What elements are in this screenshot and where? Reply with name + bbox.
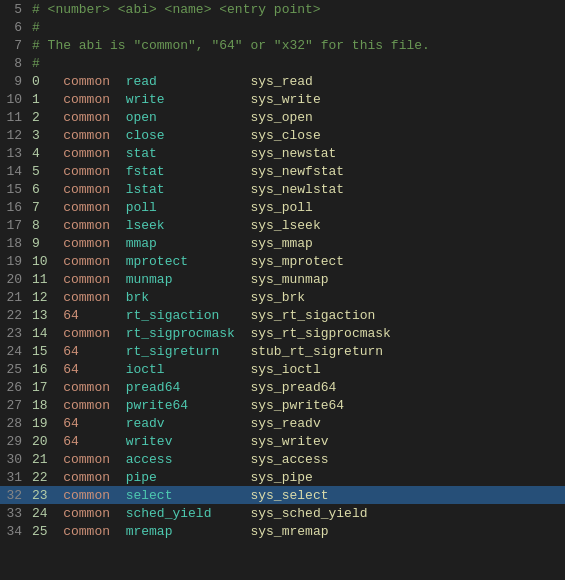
line-content: 19 64 readv sys_readv: [28, 416, 321, 431]
table-row: 6#: [0, 18, 565, 36]
table-row: 123 common close sys_close: [0, 126, 565, 144]
line-number: 19: [0, 254, 28, 269]
line-number: 9: [0, 74, 28, 89]
line-content: 23 common select sys_select: [28, 488, 328, 503]
table-row: 7# The abi is "common", "64" or "x32" fo…: [0, 36, 565, 54]
table-row: 101 common write sys_write: [0, 90, 565, 108]
table-row: 112 common open sys_open: [0, 108, 565, 126]
line-number: 23: [0, 326, 28, 341]
line-number: 31: [0, 470, 28, 485]
code-container: 5# <number> <abi> <name> <entry point>6#…: [0, 0, 565, 580]
line-content: 20 64 writev sys_writev: [28, 434, 328, 449]
line-content: 21 common access sys_access: [28, 452, 328, 467]
table-row: 2819 64 readv sys_readv: [0, 414, 565, 432]
line-content: 24 common sched_yield sys_sched_yield: [28, 506, 368, 521]
line-content: #: [28, 56, 40, 71]
table-row: 178 common lseek sys_lseek: [0, 216, 565, 234]
line-content: 2 common open sys_open: [28, 110, 313, 125]
line-number: 33: [0, 506, 28, 521]
line-content: 9 common mmap sys_mmap: [28, 236, 313, 251]
line-number: 16: [0, 200, 28, 215]
table-row: 2213 64 rt_sigaction sys_rt_sigaction: [0, 306, 565, 324]
line-number: 26: [0, 380, 28, 395]
line-number: 29: [0, 434, 28, 449]
table-row: 3223 common select sys_select: [0, 486, 565, 504]
table-row: 189 common mmap sys_mmap: [0, 234, 565, 252]
line-number: 22: [0, 308, 28, 323]
line-content: 18 common pwrite64 sys_pwrite64: [28, 398, 344, 413]
line-number: 10: [0, 92, 28, 107]
table-row: 90 common read sys_read: [0, 72, 565, 90]
line-content: 7 common poll sys_poll: [28, 200, 313, 215]
table-row: 2314 common rt_sigprocmask sys_rt_sigpro…: [0, 324, 565, 342]
line-number: 32: [0, 488, 28, 503]
line-number: 11: [0, 110, 28, 125]
line-number: 34: [0, 524, 28, 539]
line-number: 13: [0, 146, 28, 161]
table-row: 3324 common sched_yield sys_sched_yield: [0, 504, 565, 522]
line-number: 30: [0, 452, 28, 467]
line-number: 18: [0, 236, 28, 251]
table-row: 2617 common pread64 sys_pread64: [0, 378, 565, 396]
table-row: 8#: [0, 54, 565, 72]
line-number: 27: [0, 398, 28, 413]
line-content: 1 common write sys_write: [28, 92, 321, 107]
line-number: 25: [0, 362, 28, 377]
table-row: 145 common fstat sys_newfstat: [0, 162, 565, 180]
line-content: 8 common lseek sys_lseek: [28, 218, 321, 233]
line-content: 13 64 rt_sigaction sys_rt_sigaction: [28, 308, 375, 323]
table-row: 2920 64 writev sys_writev: [0, 432, 565, 450]
line-number: 24: [0, 344, 28, 359]
table-row: 167 common poll sys_poll: [0, 198, 565, 216]
line-content: 12 common brk sys_brk: [28, 290, 305, 305]
line-number: 15: [0, 182, 28, 197]
line-content: 14 common rt_sigprocmask sys_rt_sigprocm…: [28, 326, 391, 341]
table-row: 2718 common pwrite64 sys_pwrite64: [0, 396, 565, 414]
line-content: 4 common stat sys_newstat: [28, 146, 336, 161]
line-content: 16 64 ioctl sys_ioctl: [28, 362, 321, 377]
table-row: 2516 64 ioctl sys_ioctl: [0, 360, 565, 378]
table-row: 5# <number> <abi> <name> <entry point>: [0, 0, 565, 18]
line-number: 5: [0, 2, 28, 17]
line-content: 6 common lstat sys_newlstat: [28, 182, 344, 197]
line-content: 0 common read sys_read: [28, 74, 313, 89]
table-row: 2112 common brk sys_brk: [0, 288, 565, 306]
line-content: #: [28, 20, 40, 35]
line-number: 28: [0, 416, 28, 431]
line-number: 8: [0, 56, 28, 71]
line-number: 12: [0, 128, 28, 143]
table-row: 1910 common mprotect sys_mprotect: [0, 252, 565, 270]
line-content: # <number> <abi> <name> <entry point>: [28, 2, 321, 17]
line-number: 20: [0, 272, 28, 287]
line-content: # The abi is "common", "64" or "x32" for…: [28, 38, 430, 53]
table-row: 156 common lstat sys_newlstat: [0, 180, 565, 198]
line-content: 11 common munmap sys_munmap: [28, 272, 328, 287]
table-row: 3122 common pipe sys_pipe: [0, 468, 565, 486]
table-row: 2415 64 rt_sigreturn stub_rt_sigreturn: [0, 342, 565, 360]
line-content: 17 common pread64 sys_pread64: [28, 380, 336, 395]
table-row: 3425 common mremap sys_mremap: [0, 522, 565, 540]
line-content: 25 common mremap sys_mremap: [28, 524, 328, 539]
line-number: 7: [0, 38, 28, 53]
line-content: 3 common close sys_close: [28, 128, 321, 143]
table-row: 2011 common munmap sys_munmap: [0, 270, 565, 288]
line-number: 14: [0, 164, 28, 179]
table-row: 3021 common access sys_access: [0, 450, 565, 468]
line-number: 6: [0, 20, 28, 35]
table-row: 134 common stat sys_newstat: [0, 144, 565, 162]
line-content: 22 common pipe sys_pipe: [28, 470, 313, 485]
line-content: 15 64 rt_sigreturn stub_rt_sigreturn: [28, 344, 383, 359]
line-number: 21: [0, 290, 28, 305]
line-content: 5 common fstat sys_newfstat: [28, 164, 344, 179]
line-number: 17: [0, 218, 28, 233]
line-content: 10 common mprotect sys_mprotect: [28, 254, 344, 269]
